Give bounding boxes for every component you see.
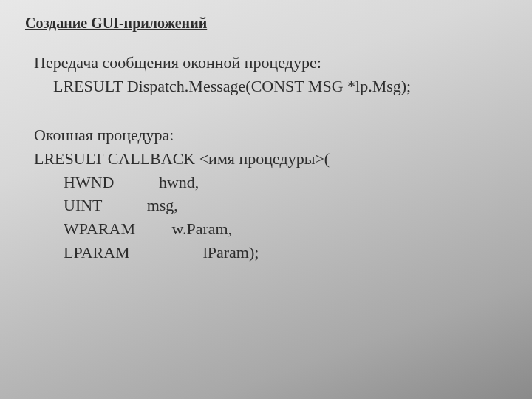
wndproc-decl: LRESULT CALLBACK <имя процедуры>( <box>34 147 507 171</box>
slide: Создание GUI-приложений Передача сообщен… <box>0 0 532 399</box>
dispatch-code: LRESULT Dispatch.Message(CONST MSG *lp.M… <box>34 75 507 98</box>
param-wparam: WPARAM w.Param, <box>34 217 507 241</box>
wndproc-caption: Оконная процедура: <box>34 123 507 147</box>
param-lparam: LPARAM lParam); <box>34 241 507 265</box>
param-uint: UINT msg, <box>34 194 507 217</box>
param-hwnd: HWND hwnd, <box>34 171 507 194</box>
content-body: Передача сообщения оконной процедуре: LR… <box>25 51 507 265</box>
dispatch-caption: Передача сообщения оконной процедуре: <box>34 51 507 75</box>
page-title: Создание GUI-приложений <box>25 15 507 32</box>
spacer <box>34 98 507 123</box>
